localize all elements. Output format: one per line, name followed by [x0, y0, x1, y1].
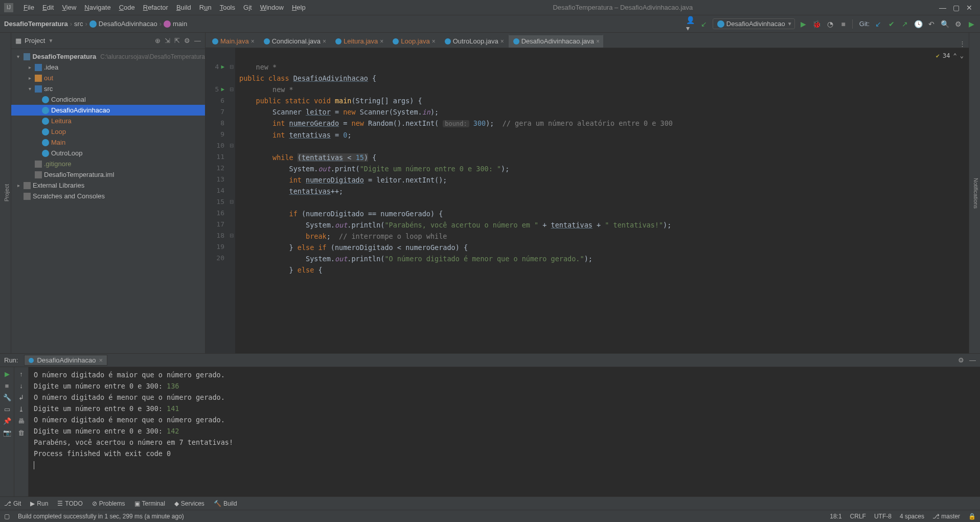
- debug-button[interactable]: 🐞: [812, 19, 822, 29]
- tree-file[interactable]: Main: [11, 137, 205, 148]
- menu-window[interactable]: Window: [256, 4, 288, 11]
- toolwindow-problems[interactable]: ⊘Problems: [92, 500, 125, 507]
- window-close-button[interactable]: ✕: [963, 4, 976, 12]
- editor-tab[interactable]: Loop.java×: [388, 34, 439, 48]
- chevron-down-icon[interactable]: ⌄: [960, 50, 964, 61]
- tree-file-gitignore[interactable]: .gitignore: [11, 158, 205, 169]
- hide-button[interactable]: —: [969, 356, 976, 364]
- breadcrumb-class[interactable]: DesafioAdivinhacao: [89, 20, 157, 28]
- editor-tab[interactable]: Main.java×: [208, 34, 258, 48]
- history-button[interactable]: 🕓: [914, 19, 923, 29]
- console-output[interactable]: O número digitado é maior que o número g…: [29, 367, 980, 496]
- line-number-gutter[interactable]: 4▶ 5▶ 6 7 8 9 10 11 12 13 14 15 16 17 18…: [206, 48, 228, 353]
- project-view-selector[interactable]: ▦ Project ▼: [15, 37, 53, 44]
- settings-icon[interactable]: ⚙: [953, 19, 963, 29]
- tree-root[interactable]: ▾ DesafioTemperatura C:\aluracursojava\D…: [11, 51, 205, 62]
- close-icon[interactable]: ×: [596, 38, 600, 45]
- editor-tab[interactable]: Leitura.java×: [331, 34, 387, 48]
- tree-folder-out[interactable]: ▸ out: [11, 73, 205, 83]
- tree-external-libraries[interactable]: ▸ External Libraries: [11, 180, 205, 191]
- close-icon[interactable]: ×: [432, 38, 436, 45]
- tree-folder-src[interactable]: ▾ src: [11, 83, 205, 94]
- settings-icon[interactable]: ⚙: [184, 37, 190, 44]
- close-icon[interactable]: ×: [323, 38, 326, 45]
- stop-button[interactable]: ■: [5, 382, 9, 390]
- tree-scratches[interactable]: Scratches and Consoles: [11, 191, 205, 201]
- settings-icon[interactable]: ⚙: [958, 356, 964, 364]
- editor-tab[interactable]: DesafioAdivinhacao.java×: [509, 34, 603, 48]
- tree-file[interactable]: OutroLoop: [11, 148, 205, 158]
- collapse-all-button[interactable]: ⇱: [174, 37, 180, 44]
- chevron-up-icon[interactable]: ⌃: [953, 50, 957, 61]
- scroll-end-icon[interactable]: ⤓: [18, 405, 24, 413]
- code-editor[interactable]: ✔ 34 ⌃ ⌄ new * public class DesafioAdivi…: [235, 48, 969, 353]
- toolwindow-notifications[interactable]: Notifications: [973, 178, 979, 209]
- status-indent[interactable]: 4 spaces: [900, 513, 924, 520]
- window-maximize-button[interactable]: ▢: [949, 4, 963, 12]
- camera-icon[interactable]: 📷: [3, 429, 11, 437]
- menu-code[interactable]: Code: [115, 4, 139, 11]
- menu-build[interactable]: Build: [172, 4, 195, 11]
- menu-refactor[interactable]: Refactor: [139, 4, 172, 11]
- tree-file-iml[interactable]: DesafioTemperatura.iml: [11, 169, 205, 180]
- tree-file[interactable]: Condicional: [11, 94, 205, 105]
- rollback-button[interactable]: ↶: [927, 19, 936, 29]
- breadcrumb-method[interactable]: main: [164, 20, 187, 28]
- status-encoding[interactable]: UTF-8: [874, 513, 892, 520]
- menu-navigate[interactable]: Navigate: [80, 4, 115, 11]
- fold-gutter[interactable]: ⊟⊟⊟⊟⊟: [228, 48, 235, 353]
- select-opened-file-button[interactable]: ⊕: [155, 37, 161, 44]
- menu-help[interactable]: Help: [288, 4, 310, 11]
- pin-button[interactable]: 📌: [3, 417, 11, 425]
- window-minimize-button[interactable]: —: [936, 4, 949, 12]
- menu-file[interactable]: File: [19, 4, 38, 11]
- run-gutter-icon[interactable]: ▶: [221, 61, 224, 73]
- breadcrumb-src[interactable]: src: [74, 20, 83, 28]
- menu-run[interactable]: Run: [195, 4, 216, 11]
- toolwindow-git[interactable]: ⎇Git: [4, 500, 21, 507]
- add-user-icon[interactable]: 👤▾: [686, 19, 695, 29]
- search-icon[interactable]: 🔍: [940, 19, 949, 29]
- expand-all-button[interactable]: ⇲: [165, 37, 170, 44]
- editor-tab[interactable]: OutroLoop.java×: [440, 34, 508, 48]
- editor-tab[interactable]: Condicional.java×: [259, 34, 330, 48]
- toolwindow-project[interactable]: Project: [4, 184, 10, 201]
- status-branch[interactable]: ⎇ master: [932, 513, 960, 520]
- toolwindow-run[interactable]: ▶Run: [30, 500, 48, 507]
- menu-view[interactable]: View: [58, 4, 80, 11]
- menu-git[interactable]: Git: [239, 4, 256, 11]
- toolwindow-build[interactable]: 🔨Build: [214, 500, 237, 507]
- git-pull-button[interactable]: ↙: [874, 19, 883, 29]
- status-toggle-icon[interactable]: ▢: [4, 513, 10, 520]
- ide-actions-icon[interactable]: ▶: [967, 19, 976, 29]
- toolwindow-services[interactable]: ◆Services: [174, 500, 204, 507]
- print-icon[interactable]: 🖶: [18, 417, 25, 425]
- down-arrow-icon[interactable]: ↓: [19, 382, 23, 390]
- run-config-selector[interactable]: DesafioAdivinhacao ▼: [713, 18, 795, 29]
- menu-edit[interactable]: Edit: [38, 4, 58, 11]
- git-commit-button[interactable]: ✔: [887, 19, 896, 29]
- close-icon[interactable]: ×: [380, 38, 383, 45]
- tab-more-icon[interactable]: ⋮: [959, 40, 966, 48]
- run-button[interactable]: ▶: [799, 19, 808, 29]
- status-line-separator[interactable]: CRLF: [850, 513, 866, 520]
- close-icon[interactable]: ×: [251, 38, 255, 45]
- tree-file[interactable]: Loop: [11, 126, 205, 137]
- tree-folder-idea[interactable]: ▸ .idea: [11, 62, 205, 73]
- up-arrow-icon[interactable]: ↑: [19, 370, 23, 378]
- rerun-button[interactable]: ▶: [5, 370, 10, 378]
- coverage-button[interactable]: ◔: [826, 19, 835, 29]
- toolwindow-todo[interactable]: ☰TODO: [57, 500, 82, 507]
- close-icon[interactable]: ×: [99, 356, 103, 364]
- run-gutter-icon[interactable]: ▶: [221, 84, 224, 95]
- breadcrumb-project[interactable]: DesafioTemperatura: [4, 20, 68, 28]
- git-push-button[interactable]: ↗: [900, 19, 909, 29]
- close-icon[interactable]: ×: [500, 38, 504, 45]
- status-caret-position[interactable]: 18:1: [830, 513, 841, 520]
- menu-tools[interactable]: Tools: [216, 4, 239, 11]
- layout-button[interactable]: ▭: [4, 405, 10, 413]
- toolwindow-terminal[interactable]: ▣Terminal: [134, 500, 165, 507]
- back-arrow-icon[interactable]: ↙: [699, 19, 709, 29]
- run-tab[interactable]: DesafioAdivinhacao ×: [24, 355, 107, 366]
- hide-button[interactable]: —: [194, 37, 201, 44]
